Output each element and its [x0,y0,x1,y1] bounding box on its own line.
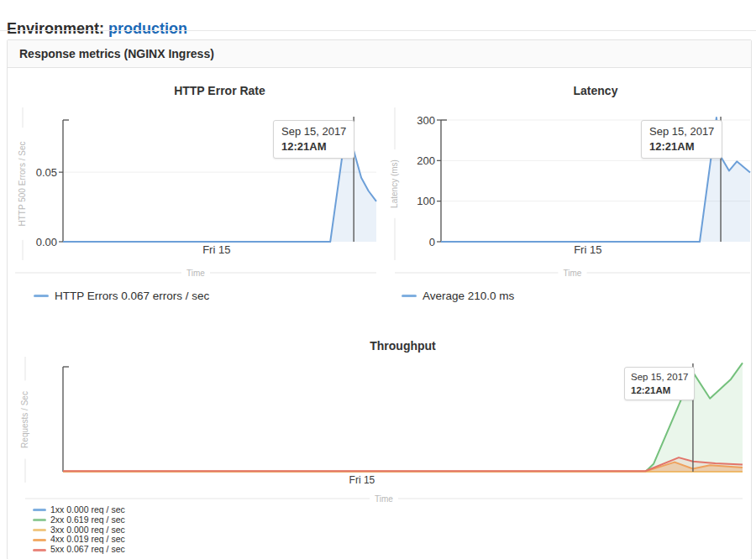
latency-chart-svg[interactable]: Latency3002001000Fri 15Latency (ms)Time [386,80,752,285]
legend-label: 2xx 0.619 req / sec [50,515,125,525]
latency-legend: Average 210.0 ms [402,290,514,307]
legend-item: Average 210.0 ms [402,290,514,302]
legend-item: 2xx 0.619 req / sec [33,515,125,525]
tooltip-date: Sep 15, 2017 [631,370,688,384]
legend-item: 5xx 0.067 req / sec [33,545,125,555]
chart-title: Latency [574,84,618,97]
title-divider [0,30,756,31]
throughput-tooltip: Sep 15, 201712:21AM [624,367,695,400]
y-tick-label: 0.00 [36,236,57,248]
tooltip-time: 12:21AM [281,139,346,154]
x-tick-label: Fri 15 [202,243,230,256]
y-axis [63,367,69,472]
http-error-rate-tooltip: Sep 15, 201712:21AM [273,120,354,159]
legend-swatch-icon [34,295,49,298]
http-error-rate-chart-svg[interactable]: HTTP Error Rate0.050.00Fri 15HTTP 500 Er… [15,80,378,285]
throughput-legend: 1xx 0.000 req / sec2xx 0.619 req / sec3x… [33,505,125,555]
series-area-5xx [63,457,743,472]
y-axis [59,120,69,242]
environment-link[interactable]: production [108,20,187,37]
panel-header-title: Response metrics (NGINX Ingress) [8,40,751,68]
tooltip-date: Sep 15, 2017 [649,124,714,139]
series-line-5xx [63,457,743,471]
tooltip-time: 12:21AM [631,384,688,397]
y-tick-label: 0.05 [36,166,57,179]
y-axis-label: Requests / Sec [20,391,29,448]
y-axis-label: HTTP 500 Errors / Sec [18,142,27,227]
latency-tooltip: Sep 15, 201712:21AM [641,120,722,159]
series-area-4xx [63,462,743,472]
x-axis-label: Time [375,494,393,504]
legend-label: Average 210.0 ms [423,290,514,302]
legend-swatch-icon [402,295,417,298]
tooltip-time: 12:21AM [649,139,714,154]
chart-title: Throughput [370,339,436,353]
series-line-4xx [63,462,743,472]
legend-swatch-icon [33,519,46,521]
legend-swatch-icon [33,539,46,541]
chart-title: HTTP Error Rate [174,84,265,97]
page-title-label: Environment: [7,20,104,37]
y-axis-label: Latency (ms) [390,159,399,208]
legend-item: HTTP Errors 0.067 errors / sec [34,290,209,302]
legend-label: 5xx 0.067 req / sec [50,545,125,555]
legend-swatch-icon [33,509,46,511]
throughput-chart-svg[interactable]: ThroughputFri 15Requests / SecTime [15,336,752,508]
x-tick-label: Fri 15 [574,243,601,256]
y-tick-label: 200 [417,154,435,167]
tooltip-date: Sep 15, 2017 [281,124,346,139]
y-tick-label: 0 [429,236,435,248]
http-error-rate-legend: HTTP Errors 0.067 errors / sec [34,290,209,307]
y-tick-label: 300 [417,114,435,127]
page-title: Environment: production [7,20,187,38]
x-axis-label: Time [564,269,582,278]
y-tick-label: 100 [417,195,435,207]
y-axis [437,120,447,242]
legend-swatch-icon [33,549,46,551]
legend-swatch-icon [33,529,46,531]
x-axis-label: Time [186,269,205,278]
x-tick-label: Fri 15 [349,474,375,486]
legend-label: HTTP Errors 0.067 errors / sec [55,290,209,302]
